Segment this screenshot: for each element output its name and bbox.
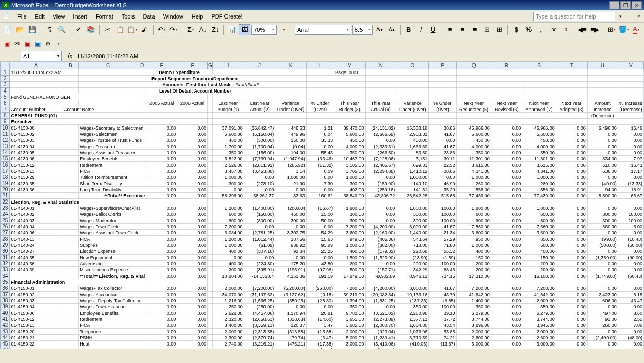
cell[interactable]: 38.06	[429, 168, 457, 174]
cell[interactable]: (307.16)	[244, 248, 275, 255]
menu-help[interactable]: Help	[187, 12, 207, 21]
cell[interactable]: 1,440.00	[396, 230, 429, 236]
cell[interactable]: 3,705.00	[334, 168, 365, 174]
cell[interactable]: 01-4130-05	[10, 150, 63, 156]
cell[interactable]	[63, 292, 79, 298]
cell[interactable]: 7.30	[306, 180, 334, 187]
cell[interactable]: 0.00	[146, 187, 177, 193]
cell[interactable]	[207, 217, 212, 224]
cell[interactable]	[556, 76, 587, 82]
cell[interactable]: (36,642.47)	[244, 125, 275, 131]
cell[interactable]	[212, 94, 244, 100]
cell[interactable]: 01-4140-06	[10, 230, 63, 236]
cell[interactable]: 3,615.00	[457, 162, 491, 168]
cell[interactable]	[207, 298, 212, 304]
cell[interactable]: 0.00	[556, 261, 587, 267]
cell[interactable]: GENERAL FUND (01)	[10, 113, 146, 119]
cell[interactable]: 0.00	[177, 335, 208, 341]
cell[interactable]: 01-4130-36	[10, 187, 63, 193]
cell[interactable]: 01-4150-21	[10, 335, 63, 341]
cell[interactable]	[587, 94, 618, 100]
cell[interactable]	[63, 329, 79, 335]
cell[interactable]: 200.00	[396, 261, 429, 267]
cell[interactable]: 0.00	[146, 125, 177, 131]
cell[interactable]: -9,902.89	[365, 273, 396, 279]
cell[interactable]: 0.00	[146, 211, 177, 217]
cell[interactable]: 45,966.00	[522, 125, 556, 131]
cell[interactable]: 300.00	[587, 217, 618, 224]
cell[interactable]: 41,642.00	[522, 292, 556, 298]
cell[interactable]	[146, 113, 177, 119]
cell[interactable]: 1,800.00	[334, 205, 365, 211]
cell[interactable]: 200.00	[457, 267, 491, 273]
align-left-button[interactable]: ≡	[445, 24, 456, 35]
cell[interactable]: Wages-Accountant	[79, 292, 146, 298]
row-header-5[interactable]: 5	[1, 94, 10, 100]
cell[interactable]: (1,350.00)	[587, 255, 618, 261]
cell[interactable]	[207, 168, 212, 174]
cell[interactable]: 342.29	[396, 267, 429, 273]
cell[interactable]	[334, 94, 365, 100]
cell[interactable]: 5,822.00	[212, 156, 244, 162]
cell[interactable]: 0.00	[146, 335, 177, 341]
cell[interactable]: (3,410.06)	[365, 341, 396, 347]
cell[interactable]: (99.00)	[587, 236, 618, 242]
cell[interactable]: Budget (1)	[212, 106, 244, 113]
row-header-13[interactable]: 13	[1, 143, 10, 150]
cell[interactable]: 68.46	[429, 267, 457, 273]
cell[interactable]: (285.92)	[275, 162, 306, 168]
cell[interactable]: Heat	[79, 341, 146, 347]
cell[interactable]: 55.43	[306, 150, 334, 156]
cell[interactable]: This Year	[334, 100, 365, 106]
cell[interactable]: 0.00	[491, 131, 522, 137]
cell[interactable]: 93.89	[306, 242, 334, 248]
cell[interactable]: 300.00	[396, 217, 429, 224]
row-header-25[interactable]: 25	[1, 217, 10, 224]
cell[interactable]: 0.00	[618, 205, 643, 211]
cell[interactable]	[63, 304, 79, 310]
col-header-M[interactable]: M	[334, 62, 365, 69]
cell[interactable]: 0.00	[618, 143, 643, 150]
cell[interactable]: (7,769.94)	[244, 156, 275, 162]
cell[interactable]: (24,131.82)	[365, 125, 396, 131]
cell[interactable]: 448.53	[275, 125, 306, 131]
cell[interactable]: (4,200.00)	[365, 224, 396, 230]
cell[interactable]: 2,933.31	[396, 131, 429, 137]
cell[interactable]: 41,642.00	[457, 292, 491, 298]
formula-content[interactable]: 11/12/2008 11:46:22 AM	[77, 53, 644, 59]
cell[interactable]: 2,423.00	[587, 292, 618, 298]
cell[interactable]: 0.00	[177, 125, 208, 131]
cell[interactable]	[207, 156, 212, 162]
cell[interactable]: 850.00	[522, 236, 556, 242]
cell[interactable]: 3,000.00	[522, 341, 556, 347]
menu-view[interactable]: View	[49, 12, 69, 21]
cell[interactable]: Wages-Ballot Clerks	[79, 211, 146, 217]
row-header-1[interactable]: 1	[1, 69, 10, 76]
cell[interactable]: 3.47	[306, 322, 334, 329]
cell[interactable]	[396, 69, 429, 76]
cell[interactable]: 0.00	[556, 168, 587, 174]
paste-button[interactable]: 📋▾	[127, 24, 138, 35]
cell[interactable]: 200.00	[212, 267, 244, 273]
cell[interactable]: 7,200.00	[522, 285, 556, 292]
cell[interactable]: Short Term Disability	[79, 180, 146, 187]
cell[interactable]: 11,301.00	[522, 156, 556, 162]
menu-tools[interactable]: Tools	[118, 12, 139, 21]
fx-icon[interactable]: fx	[68, 52, 72, 60]
font-select[interactable]: Arial▾	[295, 25, 351, 35]
cell[interactable]: (1,289.41)	[365, 335, 396, 341]
cell[interactable]	[429, 69, 457, 76]
cell[interactable]: Water & Sewer	[79, 347, 146, 349]
row-header-30[interactable]: 30	[1, 248, 10, 255]
pdf-settings-icon[interactable]: ⚙	[43, 39, 52, 48]
cell[interactable]	[365, 279, 396, 285]
cell[interactable]: (259.16)	[365, 187, 396, 193]
chart-wizard-button[interactable]: 📊	[226, 24, 238, 35]
cell[interactable]: 01-4130-02	[10, 131, 63, 137]
cell[interactable]	[457, 94, 491, 100]
cell[interactable]: 0.00	[146, 329, 177, 335]
cell[interactable]	[365, 199, 396, 205]
cell[interactable]	[396, 279, 429, 285]
row-header-3[interactable]: 3	[1, 82, 10, 88]
cell[interactable]: 0.00	[491, 193, 522, 199]
